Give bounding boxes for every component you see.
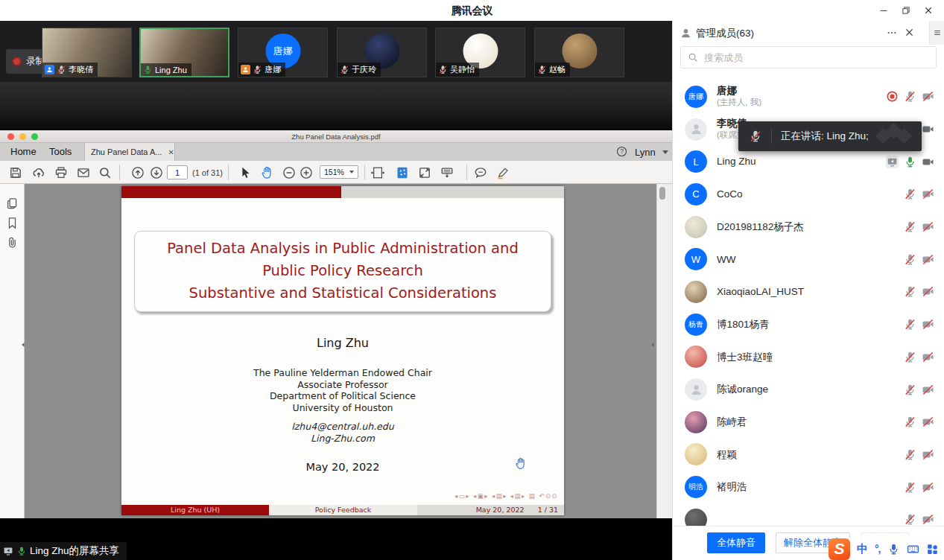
mic-muted-icon[interactable] — [904, 253, 916, 266]
tab-close-icon[interactable]: ✕ — [168, 148, 174, 156]
screen-share-icon — [3, 546, 13, 556]
cam-muted-icon[interactable] — [922, 220, 934, 233]
save-icon[interactable] — [9, 166, 22, 179]
cam-muted-icon[interactable] — [922, 481, 934, 494]
panel-collapse-icon[interactable] — [649, 340, 656, 349]
mic-muted-icon[interactable] — [904, 188, 916, 200]
video-tile-2[interactable]: Ling Zhu — [139, 28, 229, 77]
cam-muted-icon[interactable] — [922, 253, 934, 266]
sidebar-collapse-icon[interactable] — [19, 340, 27, 349]
tile-label: 李晓倩 — [42, 63, 98, 77]
participant-row[interactable]: D201981182杨子杰 — [673, 211, 944, 244]
hand-tool-icon[interactable] — [260, 166, 273, 179]
mic-muted-icon[interactable] — [904, 481, 916, 494]
ime-keyboard-icon[interactable] — [907, 543, 919, 556]
mic-on-icon[interactable] — [904, 156, 916, 168]
attachments-icon[interactable] — [6, 236, 19, 249]
participant-row[interactable]: 陈诚orange — [673, 373, 944, 406]
video-tile-3[interactable]: 唐娜唐娜 — [238, 28, 328, 77]
mute-all-button[interactable]: 全体静音 — [707, 532, 765, 553]
zoom-out-icon[interactable] — [282, 166, 296, 179]
member-search-box[interactable] — [680, 46, 937, 69]
presentation-mode-icon[interactable] — [440, 166, 454, 179]
ime-language-toggle[interactable]: 中 — [857, 542, 868, 556]
cam-muted-icon[interactable] — [922, 351, 934, 363]
cam-muted-icon[interactable] — [922, 318, 934, 331]
cam-muted-icon[interactable] — [922, 513, 934, 526]
fit-width-icon[interactable] — [371, 166, 384, 179]
member-search-input[interactable] — [703, 51, 929, 64]
share-upload-icon[interactable] — [32, 166, 45, 179]
tab-tools[interactable]: Tools — [49, 146, 72, 157]
cam-muted-icon[interactable] — [922, 188, 934, 200]
cam-muted-icon[interactable] — [922, 285, 934, 298]
mic-muted-icon[interactable] — [904, 448, 916, 461]
participant-row[interactable]: 杨青博1801杨青 — [673, 308, 944, 341]
ime-toolbox-icon[interactable] — [926, 543, 939, 556]
close-button[interactable] — [917, 0, 940, 21]
cam-muted-icon[interactable] — [922, 384, 934, 396]
cam-dark-icon[interactable] — [922, 123, 934, 136]
mic-muted-icon[interactable] — [904, 220, 916, 233]
ime-punctuation-toggle[interactable]: °, — [875, 543, 881, 555]
mic-muted-icon[interactable] — [904, 416, 916, 428]
bookmarks-icon[interactable] — [6, 217, 19, 229]
cam-muted-icon[interactable] — [922, 416, 934, 428]
next-page-icon[interactable] — [150, 166, 163, 179]
video-tile-6[interactable]: 赵畅 — [534, 28, 624, 77]
pdf-scrollbar[interactable] — [656, 184, 667, 518]
email-icon[interactable] — [77, 166, 90, 179]
zoom-in-icon[interactable] — [300, 166, 313, 179]
previous-page-icon[interactable] — [131, 166, 145, 179]
help-icon[interactable]: ? — [616, 146, 627, 157]
comment-icon[interactable] — [474, 166, 487, 179]
sogou-logo-icon[interactable]: S — [829, 538, 850, 560]
pdf-scrollbar-thumb[interactable] — [659, 187, 665, 200]
video-tile-4[interactable]: 于庆玲 — [337, 28, 427, 77]
slide-affiliation: The Pauline Yelderman Endowed ChairAssoc… — [121, 367, 564, 413]
participant-row[interactable] — [673, 503, 944, 526]
print-icon[interactable] — [54, 166, 68, 179]
pdf-window-title: Zhu Panel Data Analysis.pdf — [0, 133, 672, 141]
mic-muted-icon[interactable] — [904, 513, 916, 526]
panel-menu-strip[interactable] — [929, 21, 944, 45]
ime-voice-icon[interactable] — [887, 543, 900, 556]
highlight-icon[interactable] — [496, 166, 510, 179]
tab-home[interactable]: Home — [10, 146, 37, 157]
panel-more-icon[interactable] — [886, 28, 898, 38]
restore-button[interactable] — [895, 0, 917, 21]
tile-label: 于庆玲 — [338, 63, 381, 77]
cam-muted-icon[interactable] — [922, 448, 934, 461]
page-thumbnails-icon[interactable] — [6, 197, 19, 210]
find-icon[interactable] — [98, 166, 112, 179]
screen-share-icon[interactable] — [886, 156, 899, 168]
mic-muted-icon[interactable] — [904, 351, 916, 363]
page-number-input[interactable] — [167, 165, 188, 179]
participant-row[interactable]: 博士3班赵曈 — [673, 341, 944, 374]
participant-row[interactable]: CCoCo — [673, 178, 944, 211]
participant-row[interactable]: 唐娜唐娜(主持人, 我) — [673, 80, 944, 113]
video-tile-1[interactable]: 李晓倩 — [42, 28, 132, 77]
mic-muted-icon[interactable] — [904, 90, 916, 103]
zoom-level-select[interactable]: 151% — [320, 165, 358, 179]
participant-row[interactable]: 明浩褚明浩 — [673, 471, 944, 503]
mic-muted-icon[interactable] — [904, 318, 916, 331]
cam-dark-icon[interactable] — [922, 156, 934, 168]
video-tile-5[interactable]: 吴静怡 — [435, 28, 525, 77]
participant-row[interactable]: XiaoqiaoLAI_HUST — [673, 276, 944, 308]
panel-close-icon[interactable] — [905, 28, 914, 37]
tile-participant-name: Ling Zhu — [155, 66, 187, 74]
mic-muted-icon[interactable] — [904, 384, 916, 396]
participant-row[interactable]: WWW — [673, 243, 944, 276]
cam-muted-icon[interactable] — [922, 90, 934, 103]
minimize-button[interactable] — [872, 0, 895, 21]
fullscreen-icon[interactable] — [418, 166, 431, 179]
mic-muted-icon[interactable] — [904, 285, 916, 298]
participant-row[interactable]: 程颖 — [673, 439, 944, 471]
participant-row[interactable]: 陈峙君 — [673, 406, 944, 439]
tab-document[interactable]: Zhu Panel Data A... ✕ — [84, 143, 175, 161]
screen-share-banner: Ling Zhu的屏幕共享 — [0, 542, 127, 560]
fit-page-icon[interactable] — [396, 166, 409, 179]
select-tool-icon[interactable] — [238, 166, 252, 179]
account-name[interactable]: Lynn — [635, 147, 656, 158]
